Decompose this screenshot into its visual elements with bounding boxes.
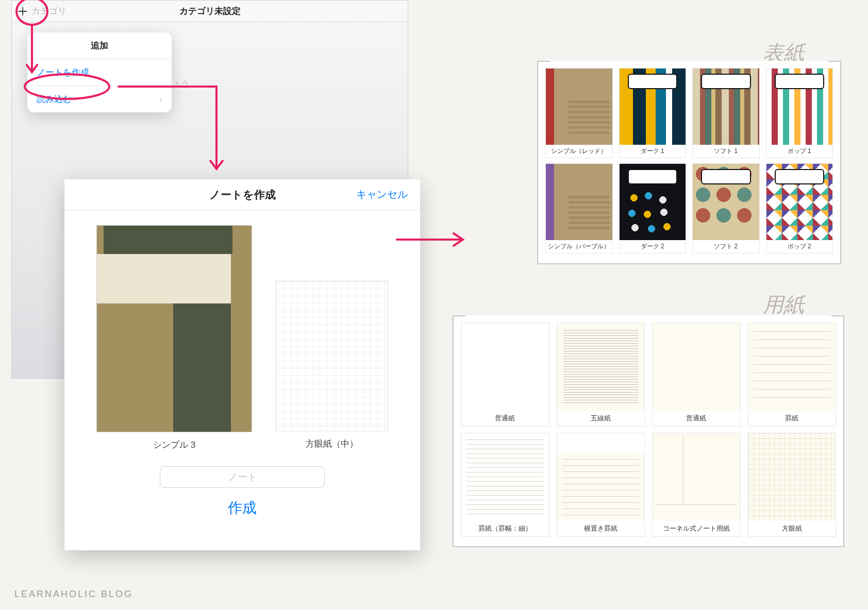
modal-title: ノートを作成 (209, 188, 276, 202)
modal-body: シンプル 3 方眼紙（中） ノート 作成 (64, 210, 420, 518)
paper-option-cornell[interactable]: コーネル式ノート用紙 (652, 433, 741, 537)
create-note-modal: ノートを作成 キャンセル シンプル 3 方眼紙（中） ノート 作成 (64, 179, 420, 550)
chevron-right-icon: › (159, 94, 162, 105)
ipad-header: カテゴリ カテゴリ未設定 (12, 1, 408, 22)
cover-option-pop-2[interactable]: ポップ 2 (766, 163, 833, 253)
add-popover: 追加 ノートを作成 読み込む › (27, 32, 172, 112)
papers-section-label: 用紙 (763, 291, 804, 319)
modal-header: ノートを作成 キャンセル (64, 179, 420, 210)
paper-option-staff[interactable]: 五線紙 (557, 323, 645, 427)
cover-caption: シンプル 3 (153, 439, 195, 451)
popover-title: 追加 (27, 32, 172, 59)
cover-option-simple-purple[interactable]: シンプル（パープル） (545, 163, 613, 253)
paper-thumb-col: 方眼紙（中） (276, 226, 388, 451)
page-title: カテゴリ未設定 (12, 5, 408, 17)
paper-caption: 方眼紙（中） (306, 438, 358, 450)
papers-grid: 普通紙 五線紙 普通紙 罫紙 罫紙（罫幅：細） 横置き罫紙 コーネル式ノート用紙… (461, 323, 836, 537)
note-name-input[interactable]: ノート (160, 466, 325, 488)
papers-panel: 普通紙 五線紙 普通紙 罫紙 罫紙（罫幅：細） 横置き罫紙 コーネル式ノート用紙… (453, 315, 844, 547)
paper-option-lined[interactable]: 罫紙 (748, 323, 837, 427)
popover-item-label: ノートを作成 (37, 66, 89, 78)
create-button[interactable]: 作成 (228, 498, 257, 518)
popover-item-label: 読み込む (37, 93, 72, 105)
cover-option-pop-1[interactable]: ポップ 1 (766, 68, 833, 158)
popover-item-import[interactable]: 読み込む › (27, 86, 172, 112)
paper-option-grid[interactable]: 方眼紙 (748, 433, 837, 537)
modal-thumbs-row: シンプル 3 方眼紙（中） (80, 226, 405, 451)
paper-preview[interactable] (276, 281, 388, 431)
cover-option-soft-1[interactable]: ソフト 1 (692, 68, 760, 158)
cover-option-soft-2[interactable]: ソフト 2 (692, 163, 760, 253)
cover-option-dark-2[interactable]: ダーク 2 (619, 163, 687, 253)
popover-item-create-note[interactable]: ノートを作成 (27, 59, 172, 86)
paper-option-blank[interactable]: 普通紙 (461, 323, 549, 427)
cancel-button[interactable]: キャンセル (356, 179, 408, 210)
paper-option-plain-cream[interactable]: 普通紙 (652, 323, 741, 427)
cover-option-dark-1[interactable]: ダーク 1 (619, 68, 687, 158)
covers-grid: シンプル（レッド） ダーク 1 ソフト 1 ポップ 1 シンプル（パープル） ダ… (545, 68, 833, 253)
cover-preview[interactable] (97, 226, 252, 432)
note-name-placeholder: ノート (228, 470, 257, 484)
paper-option-lined-landscape[interactable]: 横置き罫紙 (557, 433, 645, 537)
cover-thumb-col: シンプル 3 (97, 226, 252, 451)
cover-option-simple-red[interactable]: シンプル（レッド） (545, 68, 613, 158)
covers-panel: シンプル（レッド） ダーク 1 ソフト 1 ポップ 1 シンプル（パープル） ダ… (537, 61, 841, 264)
paper-option-lined-thin[interactable]: 罫紙（罫幅：細） (461, 433, 549, 537)
watermark: LEARNAHOLIC BLOG (14, 589, 133, 600)
